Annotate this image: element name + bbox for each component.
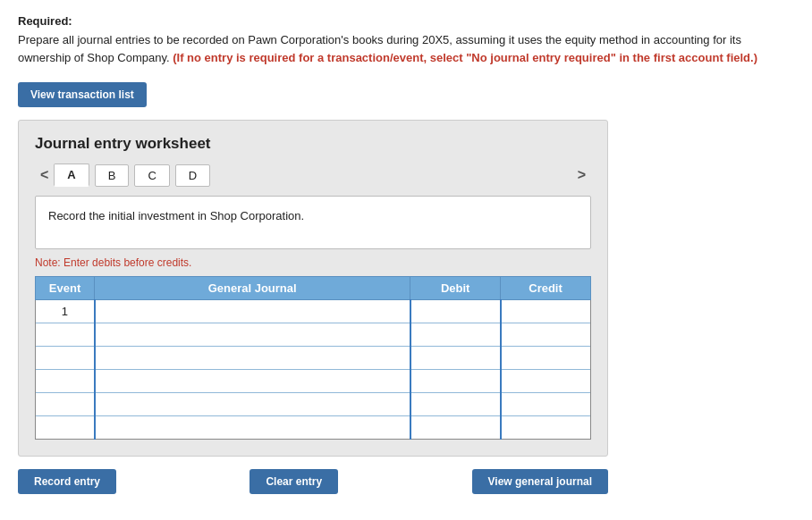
gj-cell-1[interactable] (95, 300, 410, 323)
gj-input-4[interactable] (96, 371, 410, 392)
credit-input-4[interactable] (502, 371, 590, 392)
credit-input-1[interactable] (502, 301, 590, 323)
credit-input-6[interactable] (502, 417, 590, 439)
gj-input-6[interactable] (96, 417, 410, 439)
table-header-row: Event General Journal Debit Credit (36, 277, 591, 300)
description-box: Record the initial investment in Shop Co… (35, 196, 591, 249)
debit-cell-2[interactable] (410, 323, 501, 347)
page-wrapper: Required: Prepare all journal entries to… (18, 14, 794, 494)
required-label: Required: (18, 14, 794, 28)
debit-input-5[interactable] (411, 394, 500, 415)
credit-input-5[interactable] (502, 394, 590, 415)
gj-cell-3[interactable] (95, 347, 410, 370)
debit-cell-5[interactable] (410, 393, 501, 416)
table-row (36, 393, 591, 416)
gj-cell-2[interactable] (95, 323, 410, 347)
clear-entry-button[interactable]: Clear entry (250, 469, 338, 494)
header-general-journal: General Journal (95, 277, 410, 300)
table-row (36, 323, 591, 347)
tab-prev-button[interactable]: < (35, 165, 54, 185)
view-transaction-button[interactable]: View transaction list (18, 82, 147, 107)
header-debit: Debit (410, 277, 501, 300)
record-entry-button[interactable]: Record entry (18, 469, 116, 494)
description-text: Record the initial investment in Shop Co… (48, 209, 304, 222)
debit-cell-1[interactable] (410, 300, 501, 323)
gj-cell-4[interactable] (95, 370, 410, 393)
tab-c[interactable]: C (134, 164, 169, 187)
debit-input-3[interactable] (411, 348, 500, 369)
header-event: Event (36, 277, 95, 300)
credit-cell-1[interactable] (501, 300, 591, 323)
event-cell-6 (36, 416, 95, 440)
view-general-journal-button[interactable]: View general journal (472, 469, 608, 494)
gj-cell-6[interactable] (95, 416, 410, 440)
worksheet-container: Journal entry worksheet < A B C D > Reco… (18, 120, 608, 457)
event-cell-2 (36, 323, 95, 347)
credit-cell-2[interactable] (501, 323, 591, 347)
header-credit: Credit (501, 277, 591, 300)
debit-cell-3[interactable] (410, 347, 501, 370)
instructions: Prepare all journal entries to be record… (18, 31, 794, 66)
table-row (36, 370, 591, 393)
credit-input-2[interactable] (502, 324, 590, 346)
credit-cell-3[interactable] (501, 347, 591, 370)
tab-next-button[interactable]: > (572, 165, 591, 185)
tab-d[interactable]: D (175, 164, 210, 187)
journal-table: Event General Journal Debit Credit 1 (35, 276, 591, 440)
table-row (36, 416, 591, 440)
note-text: Note: Enter debits before credits. (35, 256, 591, 269)
debit-cell-6[interactable] (410, 416, 501, 440)
bottom-buttons: Record entry Clear entry View general jo… (18, 469, 608, 494)
event-cell-5 (36, 393, 95, 416)
gj-cell-5[interactable] (95, 393, 410, 416)
event-cell-3 (36, 347, 95, 370)
tab-a[interactable]: A (54, 164, 89, 187)
table-row: 1 (36, 300, 591, 323)
debit-input-1[interactable] (411, 301, 500, 323)
debit-input-2[interactable] (411, 324, 500, 346)
event-cell-1: 1 (36, 300, 95, 323)
gj-input-2[interactable] (96, 324, 410, 346)
tab-b[interactable]: B (95, 164, 130, 187)
credit-cell-5[interactable] (501, 393, 591, 416)
event-cell-4 (36, 370, 95, 393)
gj-input-3[interactable] (96, 348, 410, 369)
credit-cell-4[interactable] (501, 370, 591, 393)
debit-cell-4[interactable] (410, 370, 501, 393)
credit-input-3[interactable] (502, 348, 590, 369)
gj-input-1[interactable] (96, 301, 410, 323)
debit-input-6[interactable] (411, 417, 500, 439)
worksheet-title: Journal entry worksheet (35, 135, 591, 153)
credit-cell-6[interactable] (501, 416, 591, 440)
gj-input-5[interactable] (96, 394, 410, 415)
instructions-bold-red: (If no entry is required for a transacti… (173, 51, 757, 64)
tabs-row: < A B C D > (35, 164, 591, 187)
table-row (36, 347, 591, 370)
debit-input-4[interactable] (411, 371, 500, 392)
